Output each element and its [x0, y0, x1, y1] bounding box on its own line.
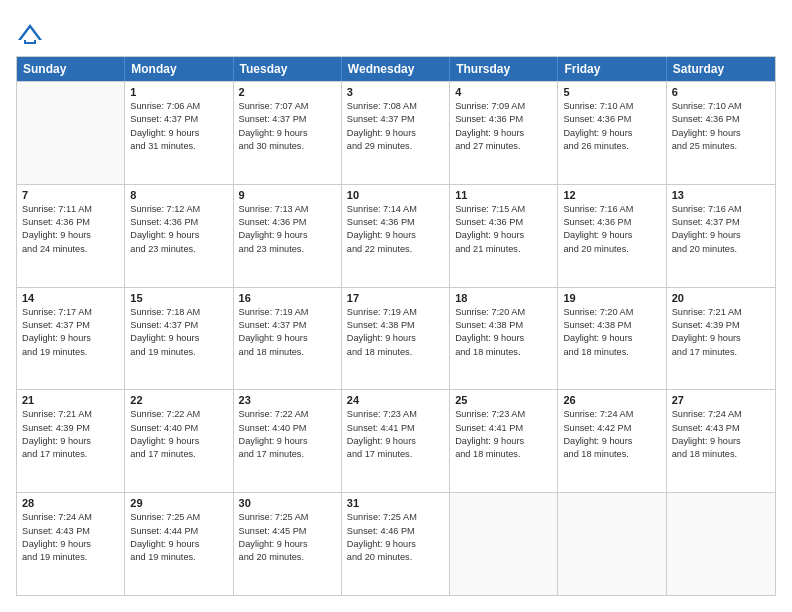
day-number: 31	[347, 497, 444, 509]
day-number: 8	[130, 189, 227, 201]
day-number: 19	[563, 292, 660, 304]
day-info: Sunrise: 7:09 AM Sunset: 4:36 PM Dayligh…	[455, 100, 552, 153]
day-info: Sunrise: 7:25 AM Sunset: 4:44 PM Dayligh…	[130, 511, 227, 564]
empty-cell	[558, 493, 666, 595]
day-info: Sunrise: 7:18 AM Sunset: 4:37 PM Dayligh…	[130, 306, 227, 359]
day-cell-7: 7Sunrise: 7:11 AM Sunset: 4:36 PM Daylig…	[17, 185, 125, 287]
day-info: Sunrise: 7:24 AM Sunset: 4:42 PM Dayligh…	[563, 408, 660, 461]
day-cell-31: 31Sunrise: 7:25 AM Sunset: 4:46 PM Dayli…	[342, 493, 450, 595]
day-number: 23	[239, 394, 336, 406]
day-cell-18: 18Sunrise: 7:20 AM Sunset: 4:38 PM Dayli…	[450, 288, 558, 390]
day-cell-28: 28Sunrise: 7:24 AM Sunset: 4:43 PM Dayli…	[17, 493, 125, 595]
day-number: 12	[563, 189, 660, 201]
calendar: SundayMondayTuesdayWednesdayThursdayFrid…	[16, 56, 776, 596]
day-cell-27: 27Sunrise: 7:24 AM Sunset: 4:43 PM Dayli…	[667, 390, 775, 492]
day-cell-8: 8Sunrise: 7:12 AM Sunset: 4:36 PM Daylig…	[125, 185, 233, 287]
day-info: Sunrise: 7:07 AM Sunset: 4:37 PM Dayligh…	[239, 100, 336, 153]
header-day-tuesday: Tuesday	[234, 57, 342, 81]
day-info: Sunrise: 7:25 AM Sunset: 4:46 PM Dayligh…	[347, 511, 444, 564]
header	[16, 16, 776, 48]
day-cell-9: 9Sunrise: 7:13 AM Sunset: 4:36 PM Daylig…	[234, 185, 342, 287]
day-number: 20	[672, 292, 770, 304]
day-info: Sunrise: 7:20 AM Sunset: 4:38 PM Dayligh…	[455, 306, 552, 359]
day-cell-1: 1Sunrise: 7:06 AM Sunset: 4:37 PM Daylig…	[125, 82, 233, 184]
day-info: Sunrise: 7:19 AM Sunset: 4:38 PM Dayligh…	[347, 306, 444, 359]
day-number: 1	[130, 86, 227, 98]
day-cell-20: 20Sunrise: 7:21 AM Sunset: 4:39 PM Dayli…	[667, 288, 775, 390]
day-number: 25	[455, 394, 552, 406]
day-info: Sunrise: 7:14 AM Sunset: 4:36 PM Dayligh…	[347, 203, 444, 256]
day-info: Sunrise: 7:16 AM Sunset: 4:36 PM Dayligh…	[563, 203, 660, 256]
day-number: 22	[130, 394, 227, 406]
header-day-wednesday: Wednesday	[342, 57, 450, 81]
day-info: Sunrise: 7:17 AM Sunset: 4:37 PM Dayligh…	[22, 306, 119, 359]
day-number: 15	[130, 292, 227, 304]
day-number: 27	[672, 394, 770, 406]
day-cell-2: 2Sunrise: 7:07 AM Sunset: 4:37 PM Daylig…	[234, 82, 342, 184]
day-cell-30: 30Sunrise: 7:25 AM Sunset: 4:45 PM Dayli…	[234, 493, 342, 595]
day-info: Sunrise: 7:16 AM Sunset: 4:37 PM Dayligh…	[672, 203, 770, 256]
day-info: Sunrise: 7:13 AM Sunset: 4:36 PM Dayligh…	[239, 203, 336, 256]
day-cell-13: 13Sunrise: 7:16 AM Sunset: 4:37 PM Dayli…	[667, 185, 775, 287]
day-number: 16	[239, 292, 336, 304]
logo-icon	[16, 20, 44, 48]
day-number: 28	[22, 497, 119, 509]
day-info: Sunrise: 7:25 AM Sunset: 4:45 PM Dayligh…	[239, 511, 336, 564]
day-number: 2	[239, 86, 336, 98]
day-cell-10: 10Sunrise: 7:14 AM Sunset: 4:36 PM Dayli…	[342, 185, 450, 287]
week-row-3: 21Sunrise: 7:21 AM Sunset: 4:39 PM Dayli…	[17, 389, 775, 492]
day-cell-23: 23Sunrise: 7:22 AM Sunset: 4:40 PM Dayli…	[234, 390, 342, 492]
day-number: 21	[22, 394, 119, 406]
day-info: Sunrise: 7:23 AM Sunset: 4:41 PM Dayligh…	[347, 408, 444, 461]
day-number: 4	[455, 86, 552, 98]
day-number: 3	[347, 86, 444, 98]
day-number: 26	[563, 394, 660, 406]
day-info: Sunrise: 7:21 AM Sunset: 4:39 PM Dayligh…	[22, 408, 119, 461]
day-cell-29: 29Sunrise: 7:25 AM Sunset: 4:44 PM Dayli…	[125, 493, 233, 595]
day-info: Sunrise: 7:19 AM Sunset: 4:37 PM Dayligh…	[239, 306, 336, 359]
header-day-sunday: Sunday	[17, 57, 125, 81]
day-number: 30	[239, 497, 336, 509]
day-cell-24: 24Sunrise: 7:23 AM Sunset: 4:41 PM Dayli…	[342, 390, 450, 492]
day-info: Sunrise: 7:22 AM Sunset: 4:40 PM Dayligh…	[130, 408, 227, 461]
week-row-0: 1Sunrise: 7:06 AM Sunset: 4:37 PM Daylig…	[17, 81, 775, 184]
day-info: Sunrise: 7:12 AM Sunset: 4:36 PM Dayligh…	[130, 203, 227, 256]
day-cell-12: 12Sunrise: 7:16 AM Sunset: 4:36 PM Dayli…	[558, 185, 666, 287]
empty-cell	[450, 493, 558, 595]
day-info: Sunrise: 7:15 AM Sunset: 4:36 PM Dayligh…	[455, 203, 552, 256]
day-number: 17	[347, 292, 444, 304]
day-cell-22: 22Sunrise: 7:22 AM Sunset: 4:40 PM Dayli…	[125, 390, 233, 492]
week-row-2: 14Sunrise: 7:17 AM Sunset: 4:37 PM Dayli…	[17, 287, 775, 390]
day-cell-3: 3Sunrise: 7:08 AM Sunset: 4:37 PM Daylig…	[342, 82, 450, 184]
day-info: Sunrise: 7:10 AM Sunset: 4:36 PM Dayligh…	[563, 100, 660, 153]
day-number: 24	[347, 394, 444, 406]
day-info: Sunrise: 7:23 AM Sunset: 4:41 PM Dayligh…	[455, 408, 552, 461]
day-cell-4: 4Sunrise: 7:09 AM Sunset: 4:36 PM Daylig…	[450, 82, 558, 184]
calendar-body: 1Sunrise: 7:06 AM Sunset: 4:37 PM Daylig…	[17, 81, 775, 595]
day-cell-19: 19Sunrise: 7:20 AM Sunset: 4:38 PM Dayli…	[558, 288, 666, 390]
day-info: Sunrise: 7:06 AM Sunset: 4:37 PM Dayligh…	[130, 100, 227, 153]
day-cell-15: 15Sunrise: 7:18 AM Sunset: 4:37 PM Dayli…	[125, 288, 233, 390]
day-info: Sunrise: 7:08 AM Sunset: 4:37 PM Dayligh…	[347, 100, 444, 153]
week-row-4: 28Sunrise: 7:24 AM Sunset: 4:43 PM Dayli…	[17, 492, 775, 595]
week-row-1: 7Sunrise: 7:11 AM Sunset: 4:36 PM Daylig…	[17, 184, 775, 287]
day-cell-16: 16Sunrise: 7:19 AM Sunset: 4:37 PM Dayli…	[234, 288, 342, 390]
day-cell-26: 26Sunrise: 7:24 AM Sunset: 4:42 PM Dayli…	[558, 390, 666, 492]
day-number: 10	[347, 189, 444, 201]
page: SundayMondayTuesdayWednesdayThursdayFrid…	[0, 0, 792, 612]
day-number: 18	[455, 292, 552, 304]
day-cell-5: 5Sunrise: 7:10 AM Sunset: 4:36 PM Daylig…	[558, 82, 666, 184]
day-number: 13	[672, 189, 770, 201]
header-day-thursday: Thursday	[450, 57, 558, 81]
day-cell-11: 11Sunrise: 7:15 AM Sunset: 4:36 PM Dayli…	[450, 185, 558, 287]
empty-cell	[17, 82, 125, 184]
header-day-friday: Friday	[558, 57, 666, 81]
day-cell-17: 17Sunrise: 7:19 AM Sunset: 4:38 PM Dayli…	[342, 288, 450, 390]
day-info: Sunrise: 7:22 AM Sunset: 4:40 PM Dayligh…	[239, 408, 336, 461]
logo	[16, 20, 46, 48]
day-info: Sunrise: 7:24 AM Sunset: 4:43 PM Dayligh…	[22, 511, 119, 564]
empty-cell	[667, 493, 775, 595]
day-number: 7	[22, 189, 119, 201]
header-day-saturday: Saturday	[667, 57, 775, 81]
day-cell-14: 14Sunrise: 7:17 AM Sunset: 4:37 PM Dayli…	[17, 288, 125, 390]
